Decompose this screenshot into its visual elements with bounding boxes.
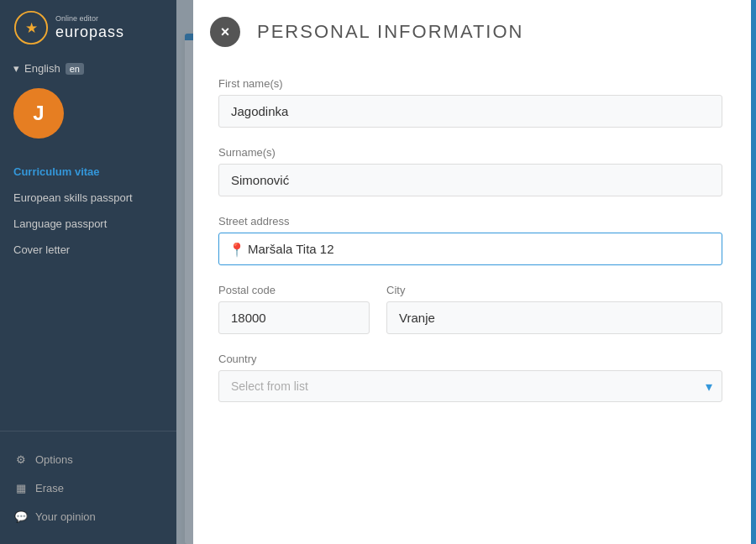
modal-title: PERSONAL INFORMATION xyxy=(257,21,523,43)
city-group: City xyxy=(386,284,722,353)
country-select-wrapper: Select from list Serbia Germany France U… xyxy=(218,370,722,402)
sidebar-opinion[interactable]: 💬 Your opinion xyxy=(0,502,176,531)
postal-code-input[interactable] xyxy=(218,301,370,334)
logo-text: Online editor europass xyxy=(55,14,124,41)
sidebar-item-cv[interactable]: Curriculum vitae xyxy=(0,159,176,185)
street-address-group: Street address 📍 xyxy=(218,215,722,265)
first-name-input[interactable] xyxy=(218,95,722,128)
sidebar-erase[interactable]: ▦ Erase xyxy=(0,473,176,502)
country-select[interactable]: Select from list Serbia Germany France U… xyxy=(218,370,722,402)
street-input-wrapper: 📍 xyxy=(218,233,722,265)
postal-code-label: Postal code xyxy=(218,284,370,296)
logo-area: ★ Online editor europass xyxy=(0,0,176,55)
sidebar-item-language[interactable]: Language passport xyxy=(0,211,176,237)
europass-logo-icon: ★ xyxy=(13,10,49,45)
sidebar-bottom: ⚙ Options ▦ Erase 💬 Your opinion xyxy=(0,431,176,544)
chevron-down-icon: ▾ xyxy=(13,62,19,75)
sidebar: ★ Online editor europass ▾ English en J … xyxy=(0,0,176,544)
svg-text:★: ★ xyxy=(25,19,38,36)
street-address-input[interactable] xyxy=(218,233,722,265)
postal-city-row: Postal code City xyxy=(218,284,722,353)
modal-body: First name(s) Surname(s) Street address … xyxy=(193,60,756,544)
first-name-label: First name(s) xyxy=(218,77,722,90)
country-group: Country Select from list Serbia Germany … xyxy=(218,353,722,402)
first-name-group: First name(s) xyxy=(218,77,722,128)
opinion-icon: 💬 xyxy=(13,509,29,524)
language-selector[interactable]: ▾ English en xyxy=(0,55,176,81)
city-input[interactable] xyxy=(386,301,722,334)
street-address-label: Street address xyxy=(218,215,722,228)
erase-icon: ▦ xyxy=(13,480,29,495)
personal-information-modal: × PERSONAL INFORMATION First name(s) Sur… xyxy=(193,0,756,544)
sidebar-item-skills[interactable]: European skills passport xyxy=(0,185,176,211)
modal-header: × PERSONAL INFORMATION xyxy=(193,0,756,60)
close-icon: × xyxy=(221,24,230,41)
logo-online-editor: Online editor xyxy=(55,14,124,24)
user-avatar: J xyxy=(13,88,64,139)
postal-code-group: Postal code xyxy=(218,284,370,353)
location-pin-icon: 📍 xyxy=(228,241,245,257)
surname-label: Surname(s) xyxy=(218,146,722,159)
modal-close-button[interactable]: × xyxy=(210,17,240,47)
gear-icon: ⚙ xyxy=(13,452,29,467)
logo-europass: europass xyxy=(55,24,124,42)
main-content: × PERSONAL INFORMATION First name(s) Sur… xyxy=(176,0,756,544)
language-label: English xyxy=(24,62,60,75)
sidebar-options[interactable]: ⚙ Options xyxy=(0,445,176,473)
surname-input[interactable] xyxy=(218,164,722,196)
city-label: City xyxy=(386,284,722,296)
surname-group: Surname(s) xyxy=(218,146,722,196)
country-label: Country xyxy=(218,353,722,365)
sidebar-item-cover[interactable]: Cover letter xyxy=(0,237,176,263)
sidebar-nav: Curriculum vitae European skills passpor… xyxy=(0,145,176,276)
language-badge: en xyxy=(66,63,84,75)
